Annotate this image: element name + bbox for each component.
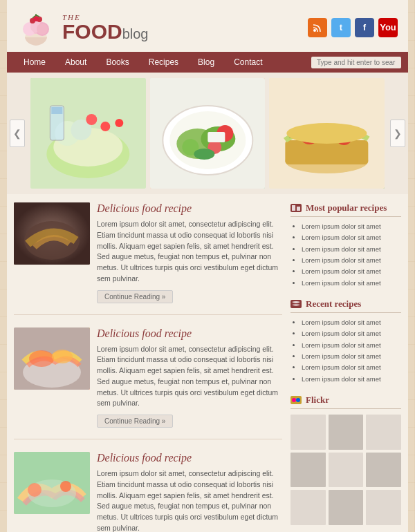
social-icons: t f You [308, 18, 398, 37]
list-item[interactable]: Lorem ipsum dolor sit amet [302, 375, 401, 383]
flickr-icon [290, 396, 302, 404]
list-item[interactable]: Lorem ipsum dolor sit amet [302, 319, 401, 327]
list-item[interactable]: Lorem ipsum dolor sit amet [302, 363, 401, 372]
nav-books[interactable]: Books [96, 53, 138, 71]
header: THE FOODblog t f You [7, 0, 408, 52]
article-2-text: Lorem ipsum dolor sit amet, consectetur … [97, 344, 282, 410]
article-1-text: Lorem ipsum dolor sit amet, consectetur … [97, 219, 282, 285]
svg-point-32 [194, 149, 214, 160]
logo-blog: blog [122, 26, 149, 41]
list-item[interactable]: Lorem ipsum dolor sit amet [302, 341, 401, 350]
popular-icon [290, 204, 302, 212]
flickr-thumb[interactable] [290, 453, 326, 488]
list-item[interactable]: Lorem ipsum dolor sit amet [302, 245, 401, 254]
youtube-icon[interactable]: You [378, 18, 398, 37]
svg-rect-23 [51, 107, 62, 114]
svg-rect-36 [286, 140, 369, 164]
article-3: Delicious food recipe Lorem ipsum dolor … [14, 452, 282, 532]
nav-about[interactable]: About [55, 53, 96, 71]
nav-search-area [311, 57, 401, 68]
svg-rect-53 [292, 205, 295, 211]
list-item[interactable]: Lorem ipsum dolor sit amet [302, 256, 401, 265]
article-3-content: Delicious food recipe Lorem ipsum dolor … [97, 452, 282, 532]
article-2-content: Delicious food recipe Lorem ipsum dolor … [97, 327, 282, 428]
article-2-read-more[interactable]: Continue Reading » [97, 415, 173, 428]
flickr-thumb[interactable] [366, 453, 401, 488]
search-input[interactable] [311, 57, 401, 68]
article-2: Delicious food recipe Lorem ipsum dolor … [14, 327, 282, 440]
list-item[interactable]: Lorem ipsum dolor sit amet [302, 234, 401, 242]
logo-food: FOOD [62, 20, 122, 43]
rss-icon[interactable] [308, 18, 327, 37]
flickr-thumb[interactable] [366, 490, 401, 525]
flickr-thumb[interactable] [366, 415, 401, 450]
facebook-icon[interactable]: f [355, 18, 374, 37]
flickr-thumb[interactable] [329, 490, 364, 525]
article-3-thumb [14, 452, 90, 514]
logo-text: THE FOODblog [62, 13, 148, 42]
sidebar-popular-list: Lorem ipsum dolor sit amet Lorem ipsum d… [290, 222, 401, 287]
slide-3 [269, 78, 385, 189]
sidebar-popular-title: Most popular recipes [290, 202, 401, 217]
list-item[interactable]: Lorem ipsum dolor sit amet [302, 222, 401, 231]
sidebar-popular: Most popular recipes Lorem ipsum dolor s… [290, 202, 401, 287]
sidebar: Most popular recipes Lorem ipsum dolor s… [290, 202, 401, 532]
svg-point-47 [52, 350, 73, 363]
svg-rect-54 [297, 207, 300, 211]
article-1-thumb [14, 202, 90, 265]
list-item[interactable]: Lorem ipsum dolor sit amet [302, 352, 401, 361]
article-1-read-more[interactable]: Continue Reading » [97, 290, 173, 303]
flickr-grid [290, 415, 401, 525]
slider-prev-button[interactable]: ❮ [10, 120, 25, 147]
flickr-thumb[interactable] [329, 453, 364, 488]
article-1-title: Delicious food recipe [97, 202, 282, 215]
svg-point-19 [86, 114, 97, 125]
sidebar-flickr: Flickr [290, 395, 401, 525]
slide-2 [150, 78, 266, 189]
svg-point-57 [292, 398, 296, 402]
svg-point-51 [60, 481, 71, 492]
slider-next-button[interactable]: ❯ [390, 120, 405, 147]
flickr-thumb[interactable] [329, 415, 364, 450]
nav-items: Home About Books Recipes Blog Contact [14, 53, 311, 71]
flickr-thumb[interactable] [290, 490, 326, 525]
sidebar-recent: Recent recipes Lorem ipsum dolor sit ame… [290, 298, 401, 383]
nav-contact[interactable]: Contact [224, 53, 272, 71]
nav-blog[interactable]: Blog [188, 53, 224, 71]
list-item[interactable]: Lorem ipsum dolor sit amet [302, 279, 401, 287]
svg-point-21 [115, 119, 123, 127]
article-1-content: Delicious food recipe Lorem ipsum dolor … [97, 202, 282, 303]
svg-point-40 [287, 123, 367, 144]
svg-rect-33 [208, 132, 225, 142]
logo-area: THE FOODblog [17, 8, 148, 46]
sidebar-flickr-title: Flickr [290, 395, 401, 409]
article-1: Delicious food recipe Lorem ipsum dolor … [14, 202, 282, 315]
logo-icon [17, 8, 55, 46]
image-slider: ❮ [7, 73, 408, 194]
twitter-icon[interactable]: t [331, 18, 351, 37]
svg-point-58 [296, 398, 300, 402]
list-item[interactable]: Lorem ipsum dolor sit amet [302, 330, 401, 338]
list-item[interactable]: Lorem ipsum dolor sit amet [302, 267, 401, 276]
nav-recipes[interactable]: Recipes [139, 53, 188, 71]
svg-point-20 [100, 122, 110, 131]
articles-list: Delicious food recipe Lorem ipsum dolor … [14, 202, 282, 532]
article-3-title: Delicious food recipe [97, 452, 282, 464]
article-2-thumb [14, 327, 90, 390]
article-3-text: Lorem ipsum dolor sit amet, consectetur … [97, 468, 282, 532]
svg-point-6 [37, 23, 48, 35]
main-content: Delicious food recipe Lorem ipsum dolor … [7, 194, 408, 532]
recent-icon [290, 300, 302, 308]
svg-point-13 [313, 29, 316, 32]
navigation: Home About Books Recipes Blog Contact [7, 52, 408, 73]
svg-point-46 [29, 350, 54, 367]
article-2-title: Delicious food recipe [97, 327, 282, 340]
sidebar-recent-title: Recent recipes [290, 298, 401, 313]
flickr-thumb[interactable] [290, 415, 326, 450]
svg-point-50 [28, 483, 42, 497]
nav-home[interactable]: Home [14, 53, 55, 71]
slide-1 [30, 78, 146, 189]
sidebar-recent-list: Lorem ipsum dolor sit amet Lorem ipsum d… [290, 319, 401, 383]
slider-images [12, 78, 403, 189]
